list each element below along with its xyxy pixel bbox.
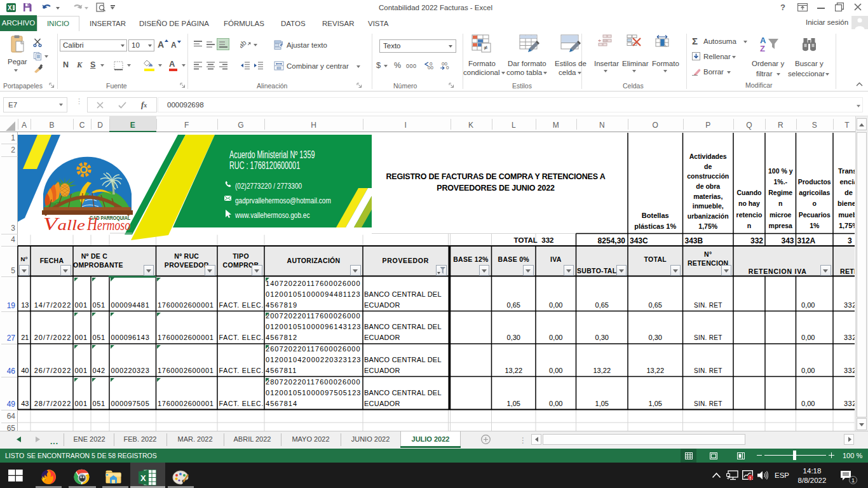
svg-text:Acuerdo Ministerial Nº 1359: Acuerdo Ministerial Nº 1359: [229, 149, 315, 160]
svg-text:(02)2773220 / 2773300: (02)2773220 / 2773300: [235, 180, 302, 191]
svg-text:www.vallehermoso.gob.ec: www.vallehermoso.gob.ec: [234, 210, 309, 220]
svg-text:X: X: [140, 473, 146, 483]
svg-text:RUC : 1768120600001: RUC : 1768120600001: [229, 159, 300, 171]
svg-text:!: !: [750, 475, 752, 480]
svg-text:gadprvallehermoso@hotmail.com: gadprvallehermoso@hotmail.com: [235, 195, 331, 205]
